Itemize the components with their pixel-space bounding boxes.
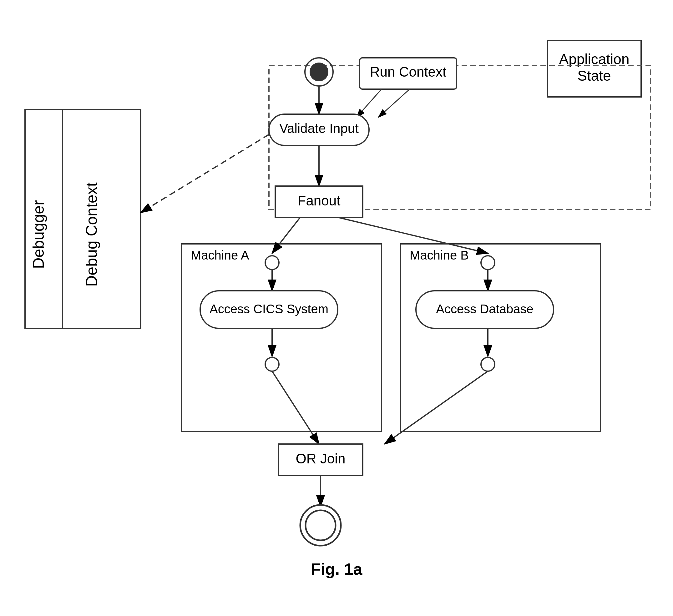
machine-b-label: Machine B <box>410 248 469 262</box>
svg-rect-14 <box>181 244 382 431</box>
debug-context-label: Debug Context <box>83 182 100 287</box>
access-database-label: Access Database <box>436 302 533 316</box>
debugger-label: Debugger <box>30 200 47 269</box>
svg-point-23 <box>481 256 495 270</box>
fanout-label: Fanout <box>298 193 341 208</box>
run-context-label: Run Context <box>370 64 447 79</box>
application-state-label: Application <box>559 51 629 67</box>
svg-text:State: State <box>577 67 611 84</box>
svg-line-9 <box>379 89 410 117</box>
fig-caption: Fig. 1a <box>311 560 363 579</box>
svg-point-22 <box>265 357 279 371</box>
or-join-label: OR Join <box>296 451 346 466</box>
diagram-container: Application State Run Context Validate I… <box>0 0 673 616</box>
svg-line-8 <box>357 89 382 117</box>
access-cics-label: Access CICS System <box>210 302 328 316</box>
svg-point-6 <box>309 62 328 81</box>
svg-point-27 <box>481 357 495 371</box>
svg-rect-15 <box>400 244 601 431</box>
svg-point-18 <box>265 256 279 270</box>
validate-input-label: Validate Input <box>279 121 359 136</box>
machine-a-label: Machine A <box>191 248 249 262</box>
svg-point-33 <box>305 510 335 540</box>
svg-line-36 <box>141 134 269 213</box>
